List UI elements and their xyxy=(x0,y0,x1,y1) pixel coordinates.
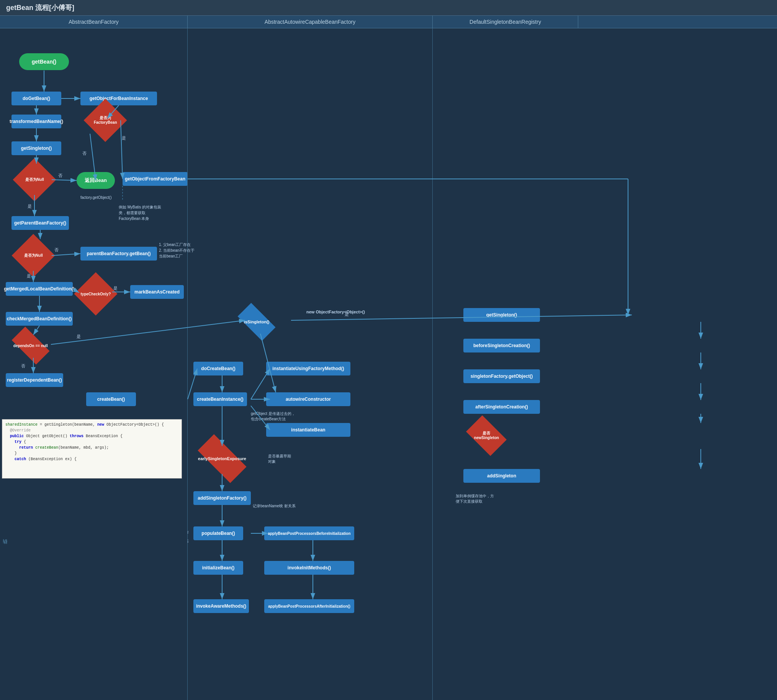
getSingleton2-node: getSingleton() xyxy=(463,308,540,322)
addSingletonFactory-node: addSingletonFactory() xyxy=(193,491,251,505)
parentBeanFactory-node: parentBeanFactory.getBean() xyxy=(80,247,157,260)
annotation-completeBean: 完善Bean信息 xyxy=(188,538,195,547)
beforeSingletonCreation-node: beforeSingletonCreation() xyxy=(463,339,540,352)
isNull2-node: 是否为Null xyxy=(16,238,50,273)
annotation-singletonPool: 加到单例缓存池中，方便下次直接获取 xyxy=(456,488,540,504)
page-title: getBean 流程[小傅哥] xyxy=(0,0,777,16)
instantiateBean-node: instantiateBean xyxy=(266,423,350,437)
applyBefore-node: applyBeanPostProcessorsBeforeInitializat… xyxy=(264,527,354,540)
autowireConstructor-node: autowireConstructor xyxy=(266,392,350,406)
col-header-abstract-autowire: AbstractAutowireCapableBeanFactory xyxy=(188,16,433,28)
singletonFactoryGetObject-node: singletonFactory.getObject() xyxy=(463,369,540,383)
addSingleton-node: addSingleton xyxy=(463,469,540,483)
initializeBean-node: initializeBean() xyxy=(193,561,243,575)
isSingleton-node: isSingleton() xyxy=(238,310,276,333)
typeCheckOnly-node: typeCheckOnly? xyxy=(78,277,113,311)
invokeInitMethods-node: invokeInitMethods() xyxy=(264,561,354,575)
transformedBeanName-node: transformedBeanName() xyxy=(12,115,61,128)
getMergedLocalBeanDefinition-node: getMergedLocalBeanDefinition() xyxy=(6,282,73,296)
col-default-singleton: getSingleton() beforeSingletonCreation()… xyxy=(433,28,578,700)
diagram-area: getBean() doGetBean() getObjectForBeanIn… xyxy=(0,28,777,700)
earlySingletonExposure-node: earlySingletonExposure xyxy=(197,445,247,472)
instantiateUsingFactoryMethod-node: instantiateUsingFactoryMethod() xyxy=(266,362,350,375)
col-header-default-singleton: DefaultSingletonBeanRegistry xyxy=(433,16,578,28)
col-abstract-bean-factory: getBean() doGetBean() getObjectForBeanIn… xyxy=(0,28,188,700)
dependsOn-node: dependsOn == null xyxy=(12,334,50,357)
column-headers: AbstractBeanFactory AbstractAutowireCapa… xyxy=(0,16,777,28)
populateBean-node: populateBean() xyxy=(193,527,243,540)
returnBean-node: 返回Bean xyxy=(77,172,115,189)
invokeAwareMethods-node: invokeAwareMethods() xyxy=(193,599,249,613)
getParentBeanFactory-node: getParentBeanFactory() xyxy=(12,216,69,230)
col-abstract-autowire: isSingleton() doCreateBean() createBeanI… xyxy=(188,28,433,700)
checkMergedBeanDefinition-node: checkMergedBeanDefinition() xyxy=(6,312,73,326)
annotation-beanName: 记录beanName映 射关系 xyxy=(253,503,306,509)
col-header-abstract-bean-factory: AbstractBeanFactory xyxy=(0,16,188,28)
isNewSingleton-node: 是否newSingleton xyxy=(467,422,506,449)
createBean-node: createBean() xyxy=(86,392,136,406)
applyAfter-node: applyBeanPostProcessorsAfterInitializati… xyxy=(264,599,354,613)
annotation-getObject: getObject 是传递过去的，包含createBean方法 xyxy=(251,406,304,422)
watermark: 防伪 xyxy=(2,547,8,548)
annotation-earlySingleton: 是否暴露早期对象 xyxy=(268,453,314,464)
isFactoryBean-node: 是否为FactoryBean xyxy=(88,103,123,138)
code-block: sharedInstance = getSingleton(beanName, … xyxy=(2,419,182,478)
getObjectFromFactoryBean-node: getObjectFromFactoryBean xyxy=(123,172,188,186)
createBeanInstance-node: createBeanInstance() xyxy=(193,392,247,406)
registerDependentBean-node: registerDependentBean() xyxy=(6,373,63,387)
getBean-node: getBean() xyxy=(19,53,69,70)
isNull1-node: 是否为Null xyxy=(17,162,52,197)
doGetBean-node: doGetBean() xyxy=(12,92,61,105)
getSingleton1-node: getSingleton() xyxy=(12,142,61,155)
markBeanAsCreated-node: markBeanAsCreated xyxy=(130,285,184,299)
afterSingletonCreation-node: afterSingletonCreation() xyxy=(463,400,540,414)
doCreateBean-node: doCreateBean() xyxy=(193,362,243,375)
main-container: AbstractBeanFactory AbstractAutowireCapa… xyxy=(0,16,777,700)
